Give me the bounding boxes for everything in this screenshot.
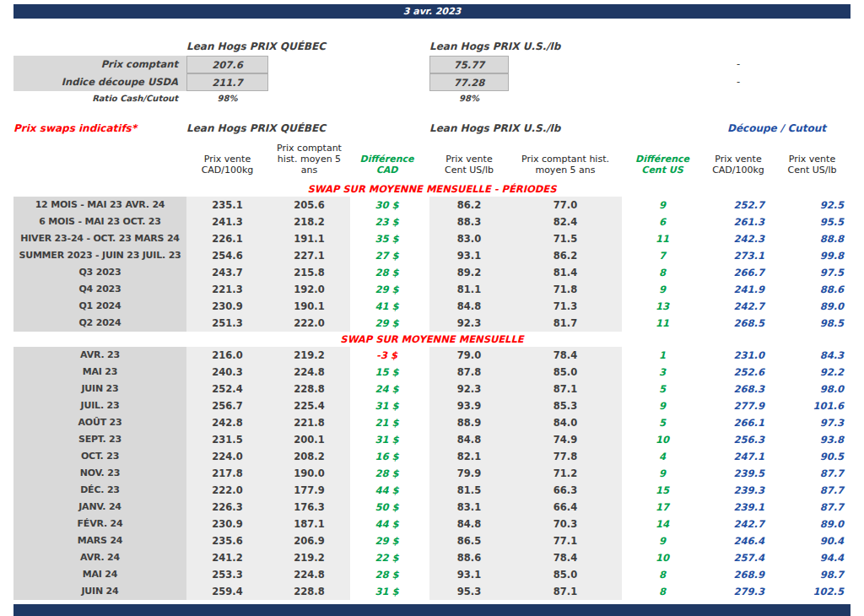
hist-cad-cell: 192.0 [268, 281, 350, 298]
price-us-cell: 86.2 [429, 197, 509, 213]
report-page: 3 avr. 2023 Lean Hogs PRIX QUÉBEC Lean H… [0, 0, 864, 616]
column-gap [424, 264, 429, 281]
cutout-cad-cell: 273.1 [703, 247, 774, 264]
swap-row-label: HIVER 23-24 - OCT. 23 MARS 24 [14, 230, 186, 247]
diff-us-cell: 11 [622, 315, 703, 332]
price-us-cell: 92.3 [429, 381, 509, 397]
cutout-us-cell: 90.5 [774, 448, 850, 465]
swap-row-label: JANV. 24 [14, 499, 186, 516]
cutout-us-cell: 99.8 [774, 247, 850, 264]
price-cad-cell: 254.6 [186, 247, 268, 264]
diff-cad-cell: 29 $ [350, 281, 424, 298]
swap-row: MARS 24235.6206.929 $86.577.19246.490.4 [14, 532, 850, 549]
price-cad-cell: 226.3 [186, 499, 268, 516]
cutout-cad-cell: 261.3 [703, 213, 774, 230]
column-gap [424, 364, 429, 381]
diff-us-cell: 8 [622, 566, 703, 583]
diff-cad-cell: 27 $ [350, 247, 424, 264]
hist-us-cell: 71.5 [509, 230, 622, 247]
hist-us-cell: 86.2 [509, 247, 622, 264]
spot-us-value: 98% [429, 91, 509, 105]
column-gap [424, 532, 429, 549]
spot-us-value: 75.77 [429, 56, 509, 73]
diff-cad-cell: 44 $ [350, 482, 424, 499]
cutout-cad-cell: 239.1 [703, 499, 774, 516]
column-gap [424, 414, 429, 431]
cutout-cad-cell: 239.3 [703, 482, 774, 499]
cutout-us-cell: 101.6 [774, 397, 850, 414]
hist-cad-cell: 228.8 [268, 583, 350, 600]
cutout-us-cell: 87.7 [774, 465, 850, 482]
col-header-price-vente-us: Prix vente Cent US/lb [429, 138, 509, 178]
diff-cad-cell: 30 $ [350, 197, 424, 213]
column-gap [424, 197, 429, 213]
swaps-header-row: Prix swaps indicatifs* Lean Hogs PRIX QU… [14, 121, 850, 136]
diff-us-cell: 13 [622, 298, 703, 315]
hist-us-cell: 71.2 [509, 465, 622, 482]
price-us-cell: 88.3 [429, 213, 509, 230]
hist-us-cell: 77.8 [509, 448, 622, 465]
price-cad-cell: 216.0 [186, 347, 268, 364]
price-cad-cell: 241.3 [186, 213, 268, 230]
swap-row: SUMMER 2023 - JUIN 23 JUIL. 23254.6227.1… [14, 247, 850, 264]
hist-cad-cell: 227.1 [268, 247, 350, 264]
swap-row-label: Q4 2023 [14, 281, 186, 298]
diff-us-cell: 14 [622, 516, 703, 532]
swap-row-label: MAI 24 [14, 566, 186, 583]
column-gap [424, 213, 429, 230]
column-gap [424, 499, 429, 516]
hist-us-cell: 84.0 [509, 414, 622, 431]
cutout-cad-cell: 242.7 [703, 298, 774, 315]
diff-cad-cell: 44 $ [350, 516, 424, 532]
hist-cad-cell: 177.9 [268, 482, 350, 499]
diff-cad-cell: 31 $ [350, 583, 424, 600]
col-header-price-vente-cad: Prix vente CAD/100kg [186, 138, 268, 178]
diff-cad-cell: 31 $ [350, 431, 424, 448]
col-header-diff-us: Différence Cent US [622, 138, 703, 178]
spot-quebec-title: Lean Hogs PRIX QUÉBEC [186, 39, 424, 54]
swap-row: DÉC. 23222.0177.944 $81.566.315239.387.7 [14, 482, 850, 499]
hist-cad-cell: 225.4 [268, 397, 350, 414]
spot-us-title: Lean Hogs PRIX U.S./lb [429, 39, 703, 54]
price-cad-cell: 231.5 [186, 431, 268, 448]
cutout-us-cell: 84.3 [774, 347, 850, 364]
diff-cad-cell: 41 $ [350, 298, 424, 315]
diff-us-cell: 10 [622, 549, 703, 566]
cutout-us-cell: 98.0 [774, 381, 850, 397]
diff-cad-cell: 28 $ [350, 264, 424, 281]
spot-row: Ratio Cash/Cutout98%98% [14, 91, 850, 105]
hist-us-cell: 66.3 [509, 482, 622, 499]
spot-us-value: 77.28 [429, 73, 509, 91]
cutout-us-cell: 89.0 [774, 298, 850, 315]
price-cad-cell: 221.3 [186, 281, 268, 298]
diff-us-cell: 7 [622, 247, 703, 264]
swap-row: SEPT. 23231.5200.131 $84.874.910256.393.… [14, 431, 850, 448]
diff-cad-cell: 29 $ [350, 532, 424, 549]
col-header-cutout-us: Prix vente Cent US/lb [774, 138, 850, 178]
hist-cad-cell: 219.2 [268, 549, 350, 566]
diff-us-cell: 9 [622, 465, 703, 482]
col-header-spacer [14, 138, 186, 178]
swap-row: Q2 2024251.3222.029 $92.381.711268.598.5 [14, 315, 850, 332]
column-gap [424, 281, 429, 298]
price-cad-cell: 240.3 [186, 364, 268, 381]
cutout-us-cell: 88.8 [774, 230, 850, 247]
cutout-cad-cell: 246.4 [703, 532, 774, 549]
swap-row-label: 12 MOIS - MAI 23 AVR. 24 [14, 197, 186, 213]
diff-us-cell: 5 [622, 381, 703, 397]
swap-row: MAI 24253.3224.828 $93.185.08268.998.7 [14, 566, 850, 583]
hist-us-cell: 85.0 [509, 566, 622, 583]
hist-us-cell: 81.4 [509, 264, 622, 281]
col-header-diff-cad: Différence CAD [350, 138, 424, 178]
spot-table: Prix comptant207.675.77-Indice découpe U… [14, 56, 850, 105]
swaps-title: Prix swaps indicatifs* [14, 121, 186, 136]
swap-row: AVR. 23216.0219.2-3 $79.078.41231.084.3 [14, 347, 850, 364]
swap-row-label: JUIL. 23 [14, 397, 186, 414]
date-banner: 3 avr. 2023 [14, 4, 850, 19]
col-header-hist-us: Prix comptant hist. moyen 5 ans [509, 138, 622, 178]
swap-row-label: SUMMER 2023 - JUIN 23 JUIL. 23 [14, 247, 186, 264]
cutout-us-cell: 102.5 [774, 583, 850, 600]
price-us-cell: 93.1 [429, 566, 509, 583]
spot-cutout-placeholder: - [703, 73, 774, 91]
swap-row: Q3 2023243.7215.828 $89.281.48266.797.5 [14, 264, 850, 281]
